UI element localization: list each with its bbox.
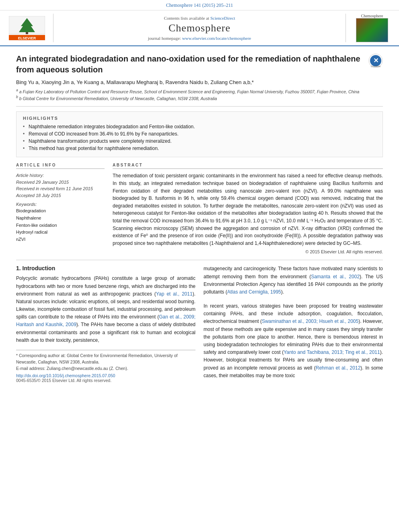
intro-left-col: 1. Introduction Polycyclic aromatic hydr… [16,265,195,383]
article-info-col: ARTICLE INFO Article history: Received 2… [16,163,105,254]
article-title: An integrated biodegradation and nano-ox… [16,53,364,75]
journal-thumb-label: Chemosphere [361,14,383,18]
elsevier-logo-area: ELSEVIER [5,14,49,42]
history-label: Article history: [16,172,105,179]
journal-homepage-line: journal homepage: www.elsevier.com/locat… [148,36,251,41]
svg-rect-2 [26,32,28,34]
keyword-5: nZVI [16,236,105,243]
keyword-2: Naphthalene [16,215,105,222]
paper-body: An integrated biodegradation and nano-ox… [0,46,399,390]
doi-links: http://dx.doi.org/10.1016/j.chemosphere.… [16,373,195,383]
journal-citation: Chemosphere 141 (2015) 205–211 [166,2,233,8]
highlight-item-3: Naphthalene transformation products were… [23,138,376,144]
abstract-label: ABSTRACT [113,163,383,169]
abstract-col: ABSTRACT The remediation of toxic persis… [113,163,383,254]
highlights-section: HIGHLIGHTS Naphthalene remediation integ… [16,111,383,157]
keywords-label: Keywords: [16,202,105,207]
article-title-section: An integrated biodegradation and nano-ox… [16,53,383,75]
journal-thumbnail-area: Chemosphere [350,14,394,42]
highlight-item-4: This method has great potential for naph… [23,146,376,151]
keyword-4: Hydroxyl radical [16,229,105,236]
corresponding-note: * Corresponding author at: Global Centre… [16,353,195,366]
intro-heading: 1. Introduction [16,265,195,271]
article-history: Article history: Received 29 January 201… [16,172,105,199]
affiliations: a a Fujian Key Laboratory of Pollution C… [16,88,383,101]
copyright-line: © 2015 Elsevier Ltd. All rights reserved… [113,249,383,254]
keyword-1: Biodegradation [16,207,105,215]
samanta-ref[interactable]: Samanta et al., 2002 [311,274,360,279]
journal-header: ELSEVIER Contents lists available at Sci… [0,10,399,46]
affiliation-b: b b Global Centre for Environmental Reme… [16,94,383,101]
homepage-url[interactable]: www.elsevier.com/locate/chemosphere [182,36,251,41]
abstract-text: The remediation of toxic persistent orga… [113,172,383,247]
doi-link[interactable]: http://dx.doi.org/10.1016/j.chemosphere.… [16,373,195,378]
highlight-item-2: Removal of COD increased from 36.4% to 9… [23,131,376,137]
issn-line: 0045-6535/© 2015 Elsevier Ltd. All right… [16,378,195,383]
keywords-list: Biodegradation Naphthalene Fenton-like o… [16,207,105,243]
revised-date: Received in revised form 11 June 2015 [16,185,105,192]
gan-ref[interactable]: Gan et al., 2009; Haritash and Kaushik, … [16,314,195,327]
keyword-3: Fenton-like oxidation [16,222,105,229]
rehman-ref[interactable]: Rehman et al., 2012 [316,365,361,371]
homepage-label: journal homepage: [148,36,181,41]
svg-text:ELSEVIER: ELSEVIER [18,36,36,40]
journal-thumbnail [356,18,388,42]
sciencedirect-link[interactable]: ScienceDirect [210,16,235,21]
atlas-ref[interactable]: Atlas and Cerniglia, 1995 [227,289,281,295]
journal-citation-bar: Chemosphere 141 (2015) 205–211 [0,0,399,10]
article-info-label: ARTICLE INFO [16,163,105,169]
highlights-list: Naphthalene remediation integrates biode… [23,124,376,151]
contents-label: Contents lists available at [164,16,209,21]
yap-ref[interactable]: Yap et al., 2011 [156,291,193,297]
article-info-abstract: ARTICLE INFO Article history: Received 2… [16,163,383,254]
svg-text:CrossMark: CrossMark [371,65,381,68]
received-date: Received 29 January 2015 [16,179,105,186]
authors-line: Bing Yu a, Xiaoying Jin a, Ye Kuang a, M… [16,79,383,85]
crossmark-badge: ✕ CrossMark [368,53,383,68]
intro-section: 1. Introduction Polycyclic aromatic hydr… [16,265,383,383]
highlight-item-1: Naphthalene remediation integrates biode… [23,124,376,129]
journal-title: Chemosphere [169,22,230,34]
highlights-title: HIGHLIGHTS [23,116,376,121]
intro-right-col: mutagenecity and carcinogenicity. These … [204,265,383,383]
intro-left-text: Polycyclic aromatic hydrocarbons (PAHs) … [16,275,195,344]
sciencedirect-line: Contents lists available at ScienceDirec… [164,16,235,21]
divider-1 [16,106,383,107]
swaminathan-ref[interactable]: Swaminathan et al., 2003; Hsueh et al., … [262,318,358,324]
affiliation-a: a a Fujian Key Laboratory of Pollution C… [16,88,383,94]
divider-2 [16,260,383,260]
yanto-ref[interactable]: Yanto and Tachibana, 2013; Ting et al., … [284,349,380,355]
authors-text: Bing Yu a, Xiaoying Jin a, Ye Kuang a, M… [16,79,254,85]
intro-right-text-p1: mutagenecity and carcinogenicity. These … [204,265,383,296]
svg-text:✕: ✕ [373,57,378,64]
journal-title-center: Contents lists available at ScienceDirec… [53,14,346,42]
elsevier-logo-svg: ELSEVIER [9,16,45,40]
email-note: E-mail address: Zuliang.chen@newcastle.e… [16,366,195,372]
footnote-area: * Corresponding author at: Global Centre… [16,350,195,372]
intro-right-text-p2: In recent years, various strategies have… [204,302,383,380]
accepted-date: Accepted 18 July 2015 [16,192,105,199]
